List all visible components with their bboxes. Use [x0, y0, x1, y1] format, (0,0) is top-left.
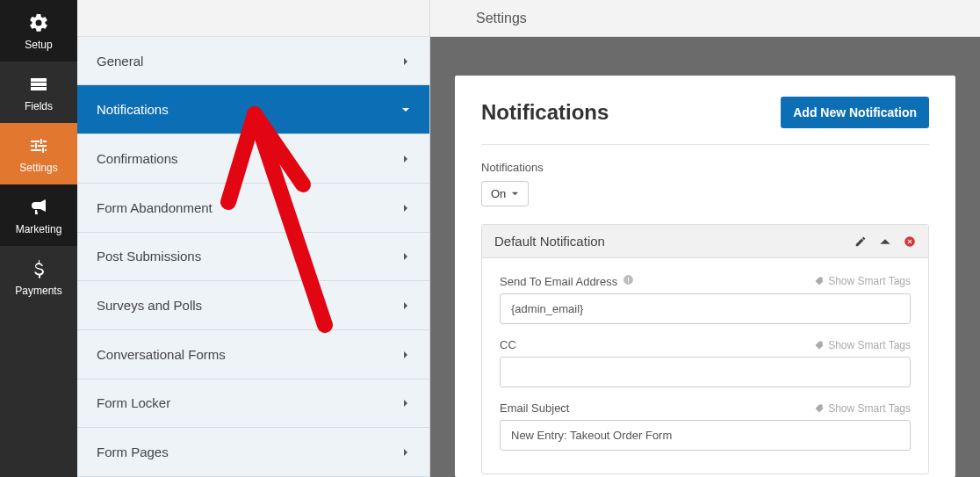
- field-label: CC: [500, 338, 516, 351]
- tag-icon: [814, 403, 825, 414]
- subnav-label: Confirmations: [97, 151, 178, 166]
- nav-payments[interactable]: Payments: [0, 246, 77, 307]
- content-area: Settings Notifications Add New Notificat…: [430, 0, 980, 477]
- field-send-to: Send To Email Address Show Smart Tags: [500, 274, 911, 324]
- subnav-confirmations[interactable]: Confirmations: [77, 134, 429, 184]
- field-label-text: Send To Email Address: [500, 275, 617, 288]
- nav-label: Marketing: [16, 223, 62, 235]
- chevron-right-icon: [401, 249, 410, 264]
- subnav-header-spacer: [77, 0, 429, 37]
- chevron-right-icon: [401, 54, 410, 69]
- panel-title: Notifications: [481, 100, 609, 125]
- page-header: Settings: [430, 0, 980, 37]
- smart-tags-label: Show Smart Tags: [828, 275, 911, 287]
- subnav-form-locker[interactable]: Form Locker: [77, 379, 429, 429]
- nav-setup[interactable]: Setup: [0, 0, 77, 61]
- subnav-general[interactable]: General: [77, 37, 429, 86]
- chevron-right-icon: [401, 298, 410, 313]
- subnav-label: Form Locker: [97, 395, 170, 410]
- chevron-up-icon: [879, 235, 891, 248]
- subnav-notifications[interactable]: Notifications: [77, 85, 429, 134]
- subnav-label: General: [97, 54, 143, 69]
- chevron-right-icon: [401, 395, 410, 410]
- nav-label: Payments: [15, 285, 61, 297]
- field-subject: Email Subject Show Smart Tags: [500, 401, 911, 451]
- list-icon: [28, 74, 49, 95]
- chevron-right-icon: [401, 444, 410, 459]
- show-smart-tags[interactable]: Show Smart Tags: [814, 275, 911, 287]
- send-to-input[interactable]: [500, 293, 911, 324]
- field-label-text: Email Subject: [500, 401, 569, 415]
- tag-icon: [814, 276, 825, 286]
- field-label: Send To Email Address: [500, 274, 634, 288]
- notification-card: Default Notification: [481, 224, 929, 474]
- smart-tags-label: Show Smart Tags: [828, 339, 911, 351]
- subnav-label: Notifications: [97, 102, 169, 117]
- chevron-right-icon: [401, 347, 410, 362]
- subnav-label: Form Abandonment: [97, 200, 213, 215]
- nav-label: Setup: [25, 39, 52, 51]
- edit-button[interactable]: [854, 235, 867, 248]
- gear-icon: [28, 12, 49, 33]
- add-notification-button[interactable]: Add New Notification: [781, 97, 929, 128]
- cc-input[interactable]: [500, 357, 911, 387]
- subnav-label: Conversational Forms: [97, 347, 226, 362]
- collapse-button[interactable]: [879, 235, 891, 248]
- show-smart-tags[interactable]: Show Smart Tags: [814, 402, 911, 415]
- nav-label: Settings: [19, 162, 57, 174]
- subnav-label: Surveys and Polls: [97, 298, 202, 313]
- subnav-label: Post Submissions: [97, 249, 201, 264]
- chevron-down-icon: [511, 187, 519, 200]
- help-icon[interactable]: [623, 274, 634, 288]
- divider: [481, 144, 929, 145]
- notifications-toggle-select[interactable]: On: [481, 181, 529, 206]
- notifications-toggle-label: Notifications: [481, 161, 929, 174]
- page-title: Settings: [476, 11, 527, 26]
- subnav-surveys-polls[interactable]: Surveys and Polls: [77, 281, 429, 330]
- notification-title: Default Notification: [494, 234, 842, 249]
- tag-icon: [814, 340, 825, 351]
- subnav-conversational-forms[interactable]: Conversational Forms: [77, 330, 429, 379]
- nav-marketing[interactable]: Marketing: [0, 184, 77, 246]
- nav-label: Fields: [25, 100, 53, 112]
- chevron-down-icon: [401, 102, 410, 117]
- sliders-icon: [28, 135, 49, 156]
- chevron-right-icon: [401, 151, 410, 166]
- pencil-icon: [854, 235, 867, 248]
- settings-subnav: General Notifications Confirmations Form…: [77, 0, 430, 477]
- subnav-form-abandonment[interactable]: Form Abandonment: [77, 184, 429, 233]
- delete-button[interactable]: [904, 235, 916, 248]
- field-label-text: CC: [500, 338, 516, 351]
- show-smart-tags[interactable]: Show Smart Tags: [814, 339, 911, 351]
- field-label: Email Subject: [500, 401, 569, 415]
- subnav-post-submissions[interactable]: Post Submissions: [77, 233, 429, 282]
- subject-input[interactable]: [500, 420, 911, 451]
- notification-card-body: Send To Email Address Show Smart Tags: [482, 258, 928, 473]
- subnav-label: Form Pages: [97, 444, 169, 459]
- dollar-icon: [28, 258, 49, 279]
- close-circle-icon: [904, 235, 916, 248]
- field-cc: CC Show Smart Tags: [500, 338, 911, 387]
- chevron-right-icon: [401, 200, 410, 215]
- primary-nav: Setup Fields Settings Marketing Payments: [0, 0, 77, 477]
- select-value: On: [491, 187, 506, 200]
- subnav-form-pages[interactable]: Form Pages: [77, 428, 429, 477]
- smart-tags-label: Show Smart Tags: [828, 402, 911, 415]
- nav-settings[interactable]: Settings: [0, 123, 77, 184]
- nav-fields[interactable]: Fields: [0, 61, 77, 123]
- notifications-panel: Notifications Add New Notification Notif…: [455, 76, 955, 477]
- notification-card-header: Default Notification: [482, 225, 928, 258]
- bullhorn-icon: [28, 197, 49, 218]
